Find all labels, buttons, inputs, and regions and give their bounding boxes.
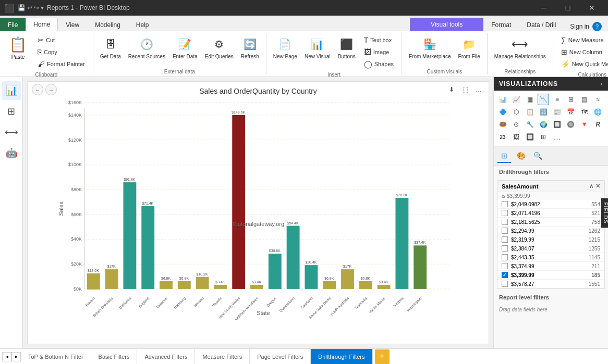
- viz-bar-chart-2[interactable]: 📈: [510, 94, 522, 105]
- viz-bar-chart[interactable]: 📊: [497, 94, 508, 105]
- buttons-button[interactable]: ⬛ Buttons: [335, 34, 358, 61]
- get-data-button[interactable]: 🗄 Get Data: [98, 34, 124, 61]
- sidebar-data-icon[interactable]: ⊞: [2, 102, 21, 121]
- viz-kpi[interactable]: 🔢: [538, 106, 549, 118]
- viz-tab-analytics[interactable]: 🔍: [530, 148, 545, 163]
- tab-view[interactable]: View: [58, 18, 87, 31]
- tab-modeling[interactable]: Modeling: [87, 18, 128, 31]
- filter-check-7[interactable]: [502, 254, 508, 260]
- image-button[interactable]: 🖼 Image: [360, 46, 397, 58]
- viz-globe[interactable]: 🌐: [592, 106, 604, 118]
- viz-panel-expand-icon[interactable]: ›: [600, 80, 603, 87]
- filter-check-2[interactable]: [502, 210, 508, 216]
- viz-tab-format[interactable]: 🎨: [514, 148, 528, 163]
- tab-file[interactable]: File: [0, 18, 26, 31]
- viz-ribbon[interactable]: 🔧: [524, 119, 536, 130]
- tab-advanced-filters[interactable]: Advanced Filters: [137, 349, 195, 365]
- filter-check-8[interactable]: [502, 263, 508, 269]
- tab-measure-filters[interactable]: Measure Filters: [195, 349, 250, 365]
- viz-tab-fields[interactable]: ⊞: [497, 148, 512, 163]
- textbox-button[interactable]: T Text box: [360, 34, 397, 46]
- dropdown-icon[interactable]: ▾: [41, 4, 44, 11]
- from-file-button[interactable]: 📁 From File: [456, 34, 483, 61]
- viz-pie[interactable]: ⊙: [510, 119, 522, 130]
- viz-card[interactable]: 📋: [524, 106, 536, 118]
- format-painter-button[interactable]: 🖌 Format Painter: [34, 58, 89, 70]
- filter-item[interactable]: $3,578.27 1551: [497, 280, 604, 288]
- viz-world-map[interactable]: 🌍: [538, 119, 549, 130]
- viz-funnel[interactable]: ⬡: [510, 106, 522, 118]
- scroll-right-button[interactable]: ▸: [11, 352, 21, 361]
- chart-more-icon[interactable]: …: [473, 84, 484, 95]
- refresh-button[interactable]: 🔄 Refresh: [238, 34, 262, 61]
- viz-column-chart[interactable]: 📉: [538, 94, 549, 105]
- copy-button[interactable]: ⎘ Copy: [34, 46, 89, 58]
- filter-item[interactable]: $2,443.35 1145: [497, 253, 604, 262]
- viz-slicer[interactable]: 🔘: [565, 119, 577, 130]
- tab-data-drill[interactable]: Data / Drill: [519, 18, 564, 31]
- save-icon[interactable]: 💾: [18, 4, 26, 11]
- chart-drill-down-icon[interactable]: ⬇: [446, 84, 457, 95]
- new-quick-measure-button[interactable]: ⚡ New Quick Measure: [557, 58, 608, 70]
- new-visual-button[interactable]: 📊 New Visual: [302, 34, 333, 61]
- tab-page-level-filters[interactable]: Page Level Filters: [250, 349, 311, 365]
- redo-icon[interactable]: ↪: [34, 4, 39, 11]
- shapes-button[interactable]: ◯ Shapes: [360, 58, 397, 70]
- paste-button[interactable]: 📋 Paste: [4, 34, 32, 61]
- tab-help[interactable]: Help: [128, 18, 157, 31]
- viz-map[interactable]: 🗺: [579, 106, 590, 118]
- viz-grid[interactable]: ▤: [579, 94, 590, 105]
- viz-matrix[interactable]: ⊞: [565, 94, 577, 105]
- sidebar-report-icon[interactable]: 📊: [2, 81, 21, 100]
- filter-check-3[interactable]: [502, 219, 508, 225]
- viz-more[interactable]: …: [552, 131, 563, 143]
- close-button[interactable]: ✕: [580, 0, 604, 16]
- filter-check-9[interactable]: ✓: [502, 272, 508, 278]
- filter-item[interactable]: $2,071.4196 521: [497, 209, 604, 218]
- manage-relationships-button[interactable]: ⟷ Manage Relationships: [492, 34, 549, 61]
- viz-multirow-card[interactable]: 📰: [552, 106, 563, 118]
- viz-grid2[interactable]: ⊞: [538, 131, 549, 143]
- from-marketplace-button[interactable]: 🏪 From Marketplace: [406, 34, 454, 61]
- new-page-button[interactable]: 📄 New Page: [271, 34, 300, 61]
- viz-treemap[interactable]: 🔷: [497, 106, 508, 118]
- filter-check-5[interactable]: [502, 236, 508, 243]
- tab-basic-filters[interactable]: Basic Filters: [91, 349, 138, 365]
- viz-area[interactable]: 🔻: [579, 119, 590, 130]
- viz-donut[interactable]: 🍩: [497, 119, 508, 130]
- tab-top-bottom-n[interactable]: ToP & Bottom N Filter: [21, 349, 91, 365]
- scroll-left-button[interactable]: ◂: [2, 352, 11, 361]
- viz-stacked-bar[interactable]: ▦: [524, 94, 536, 105]
- cut-button[interactable]: ✂ Cut: [34, 34, 89, 46]
- signin-button[interactable]: Sign in: [570, 23, 589, 30]
- fields-tab[interactable]: FIELDS: [601, 198, 608, 228]
- sidebar-model-icon[interactable]: ⟷: [2, 123, 21, 142]
- filter-item[interactable]: $2,049.0982 554: [497, 200, 604, 209]
- chart-expand-icon[interactable]: ⬚: [459, 84, 471, 95]
- viz-gauge[interactable]: 📅: [565, 106, 577, 118]
- tab-visual-tools[interactable]: Visual tools: [410, 18, 483, 31]
- undo-icon[interactable]: ↩: [27, 4, 32, 11]
- viz-scatter[interactable]: ≈: [592, 94, 604, 105]
- filter-item[interactable]: $2,294.99 1262: [497, 227, 604, 235]
- viz-shape[interactable]: 🔲: [524, 131, 536, 143]
- filter-item[interactable]: $2,319.99 1215: [497, 235, 604, 244]
- chart-forward-button[interactable]: →: [45, 84, 57, 95]
- filter-item[interactable]: $2,181.5625 758: [497, 218, 604, 227]
- maximize-button[interactable]: □: [556, 0, 580, 16]
- sidebar-ai-icon[interactable]: 🤖: [2, 144, 21, 162]
- edit-queries-button[interactable]: ⚙ Edit Queries: [202, 34, 236, 61]
- filter-check-6[interactable]: [502, 245, 508, 252]
- chart-back-button[interactable]: ←: [32, 84, 43, 95]
- help-icon[interactable]: ?: [592, 22, 602, 31]
- filter-item[interactable]: $3,374.99 211: [497, 262, 604, 271]
- recent-sources-button[interactable]: 🕐 Recent Sources: [126, 34, 168, 61]
- tab-home[interactable]: Home: [26, 18, 58, 31]
- tab-format[interactable]: Format: [483, 18, 519, 31]
- viz-number[interactable]: 23: [497, 131, 508, 143]
- filter-check-1[interactable]: [502, 201, 508, 207]
- filter-check-10[interactable]: [502, 281, 508, 287]
- add-tab-button[interactable]: +: [375, 349, 390, 364]
- viz-image[interactable]: 🖼: [510, 131, 522, 143]
- filter-card-close-icon[interactable]: ✕: [595, 183, 600, 190]
